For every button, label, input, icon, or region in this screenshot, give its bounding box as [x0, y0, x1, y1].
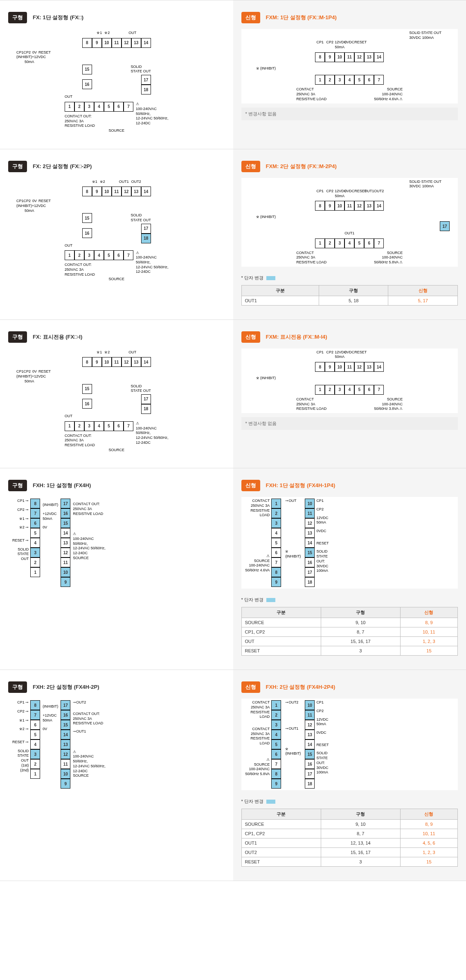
tag-new: 신형 — [241, 161, 260, 172]
old-title: FX: 2단 설정형 (FX□-2P) — [33, 163, 92, 170]
old-title: FXH: 2단 설정형 (FX4H-2P) — [33, 683, 99, 691]
old-title: FXH: 1단 설정형 (FX4H) — [33, 482, 91, 489]
diagram-new: SOLID STATE OUT30VDC 100mA CP1CP212VDC50… — [241, 178, 458, 267]
new-title: FXH: 1단 설정형 (FX4H-1P4) — [266, 482, 335, 489]
change-table: * 단자 변경 구분구형신형 SOURCE9, 108, 9CP1, CP28,… — [241, 796, 458, 867]
diagram-old: ※1※2OUT 891011121314 CP1CP20VRESET (INHI… — [8, 348, 225, 454]
new-title: FXM: 2단 설정형 (FX□M-2P4) — [266, 163, 337, 170]
diagram-new: CONTACT250VAC 3ARESISTIVELOAD CONTACT250… — [241, 699, 458, 790]
change-table: * 단자 변경 구분구형신형 SOURCE9, 108, 9CP1, CP28,… — [241, 594, 458, 656]
tag-old: 구형 — [8, 681, 27, 693]
new-title: FXH: 2단 설정형 (FX4H-2P4) — [266, 683, 335, 691]
tag-old: 구형 — [8, 331, 27, 343]
diagram-old: ※1※2OUT1OUT2 891011121314 CP1CP20VRESET … — [8, 178, 225, 284]
diagram-new: SOLID STATE OUT30VDC 100mA CP1CP212VDC50… — [241, 29, 458, 103]
diagram-new: CP1CP212VDC50mA0VDCRESET 891011121314 ※ … — [241, 348, 458, 413]
note-nochange: * 변경사항 없음 — [241, 108, 458, 120]
tag-new: 신형 — [241, 681, 260, 693]
old-title: FX: 표시전용 (FX□-I) — [33, 333, 82, 341]
new-title: FXM: 1단 설정형 (FX□M-1P4) — [266, 14, 337, 21]
tag-new: 신형 — [241, 331, 260, 343]
old-title: FX: 1단 설정형 (FX□) — [33, 14, 83, 21]
tag-old: 구형 — [8, 480, 27, 491]
diagram-old: CP1 ⊸CP2 ⊸※1 ⊸※2 ⊸ RESET ⊸SOLIDSTATEOUT(… — [8, 699, 225, 790]
tag-new: 신형 — [241, 480, 260, 491]
new-title: FXM: 표시전용 (FX□M-I4) — [266, 333, 327, 341]
change-table: * 단자 변경 구분구형신형 OUT15, 185, 17 — [241, 272, 458, 306]
diagram-new: CONTACT250VAC 3ARESISTIVELOAD ⚠SOURCE100… — [241, 497, 458, 589]
diagram-old: CP1 ⊸CP2 ⊸※1 ⊸※2 ⊸ RESET ⊸SOLIDSTATEOUT8… — [8, 497, 225, 589]
tag-old: 구형 — [8, 12, 27, 23]
diagram-old: ※1※2OUT 891011121314 CP1CP20VRESET (INHI… — [8, 29, 225, 135]
tag-old: 구형 — [8, 161, 27, 172]
note-nochange: * 변경사항 없음 — [241, 417, 458, 430]
tag-new: 신형 — [241, 12, 260, 23]
